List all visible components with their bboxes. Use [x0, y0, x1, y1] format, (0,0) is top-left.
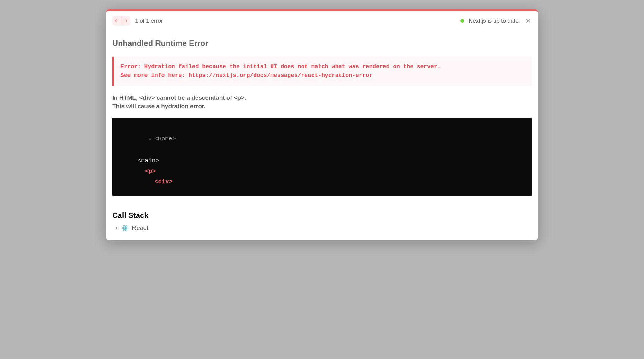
dialog-content: Unhandled Runtime Error Error: Hydration…	[106, 29, 538, 240]
chevron-down-icon	[148, 137, 152, 141]
header-right: Next.js is up to date	[460, 17, 532, 24]
callstack-heading: Call Stack	[112, 211, 532, 220]
next-error-button[interactable]	[121, 16, 130, 26]
callstack-item[interactable]: React	[112, 224, 532, 232]
chevron-right-icon	[114, 226, 119, 230]
arrow-right-icon	[123, 18, 128, 23]
arrow-left-icon	[114, 18, 119, 23]
tree-node-main: <main>	[138, 157, 159, 164]
react-logo-icon	[122, 225, 129, 232]
dialog-header: 1 of 1 error Next.js is up to date	[106, 11, 538, 29]
header-left: 1 of 1 error	[112, 16, 163, 26]
error-explanation: In HTML, <div> cannot be a descendant of…	[112, 93, 532, 111]
error-overlay-dialog: 1 of 1 error Next.js is up to date Unhan…	[106, 9, 538, 240]
status-dot-icon	[460, 19, 464, 23]
close-icon	[525, 18, 531, 24]
error-title: Unhandled Runtime Error	[112, 39, 532, 48]
component-tree-code: <Home> <main> <p> <div>	[112, 118, 532, 196]
prev-error-button[interactable]	[112, 16, 121, 26]
tree-node-div: <div>	[155, 178, 173, 185]
error-nav-buttons	[112, 16, 130, 26]
error-counter: 1 of 1 error	[135, 18, 163, 24]
build-status-text: Next.js is up to date	[469, 18, 518, 24]
error-message-box: Error: Hydration failed because the init…	[112, 57, 532, 86]
close-button[interactable]	[525, 17, 532, 24]
tree-root-row[interactable]: <Home>	[119, 123, 525, 156]
tree-node-home: <Home>	[154, 134, 176, 144]
callstack-item-label: React	[132, 224, 148, 232]
svg-point-4	[125, 227, 126, 229]
tree-node-p: <p>	[145, 168, 156, 175]
